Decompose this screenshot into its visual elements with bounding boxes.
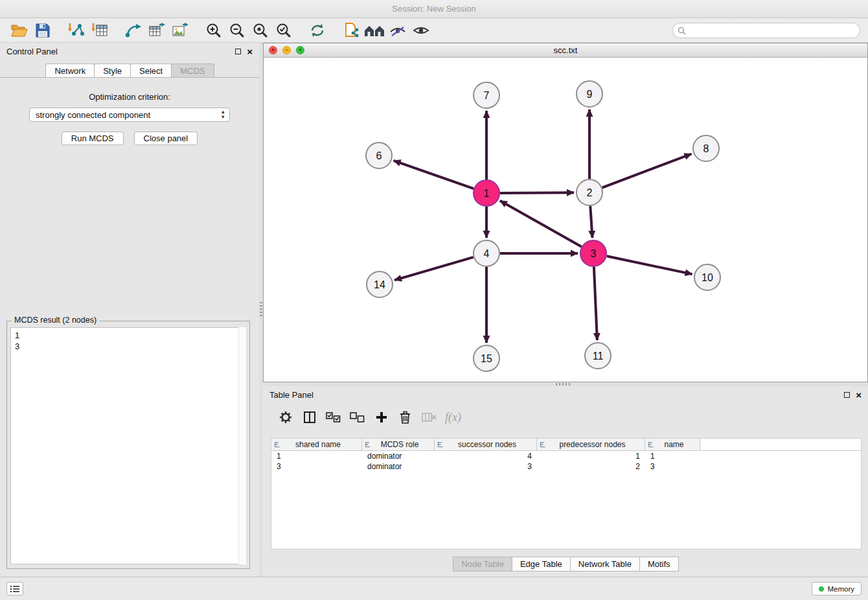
zoom-in-button[interactable] [202,21,225,40]
network-window-titlebar[interactable]: × − + scc.txt [264,43,867,58]
graph-node-1[interactable]: 1 [474,180,499,206]
close-panel-icon[interactable]: × [247,47,253,56]
graph-node-8[interactable]: 8 [693,135,719,161]
show-columns-button[interactable] [297,408,321,426]
export-image-button[interactable] [168,21,192,40]
graph-node-10[interactable]: 10 [694,264,720,290]
column-header-predecessor-nodes[interactable]: predecessor nodes [537,439,645,450]
table-tab-edge-table[interactable]: Edge Table [512,557,571,571]
apply-style-button[interactable] [386,21,409,40]
close-panel-icon[interactable]: × [856,390,862,400]
table-row[interactable]: 3dominator323 [271,461,861,472]
graph-edge-3-10[interactable] [607,256,692,274]
column-header-shared-name[interactable]: shared name [271,439,362,450]
graph-node-label: 8 [703,143,709,154]
first-neighbors-button[interactable] [363,21,386,40]
graph-edge-2-8[interactable] [602,154,692,188]
clone-network-button[interactable] [339,21,363,40]
function-icon: f(x) [445,411,461,424]
close-panel-button[interactable]: Close panel [134,132,198,145]
graph-node-4[interactable]: 4 [474,240,499,266]
graph-edge-1-6[interactable] [394,161,474,189]
tab-mcds[interactable]: MCDS [171,63,214,77]
network-canvas[interactable]: 7968124314101511 [264,58,867,382]
table-cell: 1 [271,451,362,461]
result-scrollbar[interactable] [238,327,246,564]
splitter-grip[interactable] [260,302,262,316]
delete-column-button[interactable] [417,408,441,426]
export-network-button[interactable] [122,21,145,40]
list-icon [10,585,20,593]
graph-edge-4-14[interactable] [394,257,474,280]
table-row[interactable]: 1dominator411 [271,451,861,461]
table-tab-node-table[interactable]: Node Table [453,557,512,571]
trash-icon [400,411,411,424]
gear-icon [279,411,292,424]
export-table-icon [148,23,165,38]
graph-node-6[interactable]: 6 [366,143,392,168]
tab-select[interactable]: Select [130,63,172,77]
export-image-icon [172,23,188,38]
add-column-button[interactable] [369,408,393,426]
zoom-selected-button[interactable] [272,21,295,40]
column-header-name[interactable]: name [645,439,700,450]
unselect-all-button[interactable] [345,408,369,426]
save-icon [36,23,50,38]
show-details-button[interactable] [409,21,433,40]
delete-column-icon [422,411,437,423]
import-table-button[interactable] [88,21,111,40]
table-settings-button[interactable] [273,408,297,426]
graph-node-label: 3 [591,248,597,259]
column-header-MCDS-role[interactable]: MCDS role [362,439,435,450]
zoom-fit-icon [252,23,269,38]
graph-node-15[interactable]: 15 [474,345,499,371]
graph-node-14[interactable]: 14 [367,271,393,297]
mcds-result-list[interactable]: 13 [10,327,246,564]
table-cell: dominator [362,451,435,461]
zoom-out-button[interactable] [225,21,249,40]
graph-node-9[interactable]: 9 [577,81,602,107]
minimize-window-icon[interactable]: − [282,46,291,54]
table-cell: 3 [645,461,700,472]
table-tab-motifs[interactable]: Motifs [639,557,679,571]
graph-edge-3-1[interactable] [500,201,582,247]
graph-node-2[interactable]: 2 [577,179,602,205]
zoom-window-icon[interactable]: + [296,46,304,54]
optimization-criterion-dropdown[interactable]: strongly connected component ▲▼ [29,108,230,122]
delete-row-button[interactable] [393,408,417,426]
memory-button[interactable]: Memory [812,582,862,595]
tab-network[interactable]: Network [45,63,95,77]
open-session-button[interactable] [8,21,31,40]
run-mcds-button[interactable]: Run MCDS [62,132,124,145]
float-panel-icon[interactable] [235,49,241,54]
export-table-button[interactable] [145,21,168,40]
mcds-result-title: MCDS result (2 nodes) [12,316,99,325]
import-network-button[interactable] [65,21,88,40]
refresh-button[interactable] [306,21,329,40]
network-graph[interactable]: 7968124314101511 [264,58,867,382]
table-panel-title: Table Panel [269,390,314,400]
plus-icon [376,411,387,423]
first-neighbors-icon [364,24,385,37]
search-input[interactable] [672,23,860,38]
function-builder-button[interactable]: f(x) [441,408,465,426]
graph-edge-2-3[interactable] [590,206,592,238]
zoom-fit-button[interactable] [249,21,272,40]
save-session-button[interactable] [31,21,54,40]
graph-node-11[interactable]: 11 [585,343,611,369]
splitter-grip[interactable] [556,383,570,386]
close-window-icon[interactable]: × [269,46,277,54]
table-tab-network-table[interactable]: Network Table [570,557,640,571]
graph-node-3[interactable]: 3 [580,240,606,266]
search-icon [678,26,686,38]
table-cell: 1 [537,451,645,461]
graph-node-7[interactable]: 7 [474,82,499,108]
column-header-successor-nodes[interactable]: successor nodes [435,439,537,450]
select-all-button[interactable] [321,408,345,426]
graph-edge-1-2[interactable] [500,192,574,193]
float-panel-icon[interactable] [844,392,850,398]
tab-style[interactable]: Style [94,63,131,77]
node-table: shared nameMCDS rolesuccessor nodesprede… [271,438,862,549]
task-history-button[interactable] [6,582,23,595]
graph-edge-3-11[interactable] [594,267,597,340]
